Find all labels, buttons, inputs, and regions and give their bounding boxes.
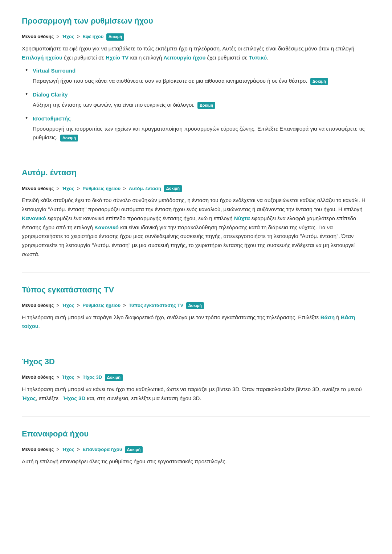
highlight-stand: Βάση [320, 314, 335, 320]
badge-dialog-clarity: Δοκιμή [197, 102, 215, 109]
breadcrumb-badge: Δοκιμή [106, 33, 124, 41]
breadcrumb-sound-3d: Μενού οθόνης > Ήχος > Ήχος 3D Δοκιμή [22, 374, 370, 381]
breadcrumb-badge-3d: Δοκιμή [105, 374, 123, 381]
body-text-sound-3d: Η τηλεόραση αυτή μπορεί να κάνει τον ήχο… [22, 385, 370, 403]
breadcrumb-sound-effects: Μενού οθόνης > Ήχος > Εφέ ήχου Δοκιμή [22, 33, 370, 41]
breadcrumb-link-sound5[interactable]: Ήχος [62, 447, 74, 452]
breadcrumb-link-install-type[interactable]: Τύπος εγκατάστασης TV [129, 303, 183, 308]
bullet-title-virtual-surround: Virtual Surround [33, 66, 370, 75]
highlight-standard: Τυπικό [249, 54, 267, 61]
bullet-list-effects: Virtual Surround Παραγωγή ήχου που σας κ… [25, 66, 370, 142]
breadcrumb-sep2: > [77, 303, 81, 308]
breadcrumb-sound-reset: Μενού οθόνης > Ήχος > Επαναφορά ήχου Δοκ… [22, 446, 370, 454]
breadcrumb-sep1: > [57, 303, 61, 308]
breadcrumb-badge-reset: Δοκιμή [125, 446, 143, 454]
breadcrumb-prefix: Μενού οθόνης [22, 447, 54, 452]
divider-2 [22, 272, 370, 272]
body-text-tv-install: Η τηλεόραση αυτή μπορεί να παράγει λίγο … [22, 313, 370, 331]
breadcrumb-sep1: > [57, 34, 61, 39]
section-sound-reset: Επαναφορά ήχου Μενού οθόνης > Ήχος > Επα… [22, 427, 370, 466]
breadcrumb-prefix: Μενού οθόνης [22, 374, 54, 380]
breadcrumb-sep2: > [77, 374, 81, 380]
highlight-wall-mount: Βάση τοίχου [22, 314, 355, 329]
section-sound-3d: Ήχος 3D Μενού οθόνης > Ήχος > Ήχος 3D Δο… [22, 355, 370, 403]
section-title-tv-install: Τύπος εγκατάστασης TV [22, 283, 370, 298]
highlight-sound-menu: Ήχος [22, 395, 36, 401]
highlight-sound-mode: Λειτουργία ήχου [164, 54, 206, 61]
breadcrumb-sep1: > [57, 447, 61, 452]
section-auto-volume: Αυτόμ. ένταση Μενού οθόνης > Ήχος > Ρυθμ… [22, 166, 370, 259]
section-title-auto-volume: Αυτόμ. ένταση [22, 166, 370, 181]
divider-3 [22, 344, 370, 344]
breadcrumb-sep1: > [57, 374, 61, 380]
breadcrumb-link-sound[interactable]: Ήχος [62, 34, 74, 39]
breadcrumb-sep2: > [77, 34, 81, 39]
breadcrumb-sep3: > [123, 303, 127, 308]
body-text-sound-reset: Αυτή η επιλογή επαναφέρει όλες τις ρυθμί… [22, 457, 370, 466]
section-tv-install: Τύπος εγκατάστασης TV Μενού οθόνης > Ήχο… [22, 283, 370, 331]
breadcrumb-link-reset-sound[interactable]: Επαναφορά ήχου [82, 447, 122, 452]
breadcrumb-sep1: > [57, 186, 61, 191]
breadcrumb-prefix: Μενού οθόνης [22, 186, 54, 191]
bullet-item-dialog-clarity: Dialog Clarity Αύξηση της έντασης των φω… [25, 90, 370, 109]
section-title-sound-reset: Επαναφορά ήχου [22, 427, 370, 442]
breadcrumb-tv-install: Μενού οθόνης > Ήχος > Ρυθμίσεις ηχείου >… [22, 302, 370, 309]
highlight-sound-select: Επιλογή ηχείου [22, 54, 62, 61]
bullet-item-virtual-surround: Virtual Surround Παραγωγή ήχου που σας κ… [25, 66, 370, 85]
breadcrumb-link-sound4[interactable]: Ήχος [62, 374, 74, 380]
body-text-sound-effects: Χρησιμοποιήστε τα εφέ ήχου για να μεταβά… [22, 44, 370, 62]
section-sound-effects: Προσαρμογή των ρυθμίσεων ήχου Μενού οθόν… [22, 15, 370, 142]
breadcrumb-sep2: > [77, 186, 81, 191]
breadcrumb-prefix: Μενού οθόνης [22, 34, 54, 39]
bullet-desc-equalizer: Προσαρμογή της ισορροπίας των ηχείων και… [33, 126, 365, 140]
breadcrumb-sep3: > [123, 186, 127, 191]
highlight-night: Νύχτα [234, 215, 250, 221]
bullet-desc-virtual-surround: Παραγωγή ήχου που σας κάνει να αισθάνεστ… [33, 78, 328, 84]
section-title-sound-3d: Ήχος 3D [22, 355, 370, 370]
highlight-reset-eq: Επαναφορά [279, 126, 309, 132]
section-title-sound-effects: Προσαρμογή των ρυθμίσεων ήχου [22, 15, 370, 29]
breadcrumb-link-effects[interactable]: Εφέ ήχου [82, 34, 103, 39]
breadcrumb-badge-auto: Δοκιμή [164, 185, 182, 192]
bullet-item-equalizer: Ισοσταθμιστής Προσαρμογή της ισορροπίας … [25, 114, 370, 142]
breadcrumb-badge-install: Δοκιμή [186, 302, 204, 309]
breadcrumb-auto-volume: Μενού οθόνης > Ήχος > Ρυθμίσεις ηχείου >… [22, 185, 370, 193]
highlight-tv-speaker: Ηχείο TV [106, 54, 128, 61]
breadcrumb-link-sound2[interactable]: Ήχος [62, 186, 74, 191]
breadcrumb-link-3d-sound[interactable]: Ήχος 3D [82, 374, 102, 380]
divider-1 [22, 155, 370, 155]
breadcrumb-link-speaker-settings[interactable]: Ρυθμίσεις ηχείου [82, 186, 121, 191]
badge-virtual-surround: Δοκιμή [310, 78, 328, 85]
bullet-title-equalizer: Ισοσταθμιστής [33, 114, 370, 123]
highlight-normal: Κανονικό [22, 215, 46, 221]
badge-equalizer: Δοκιμή [60, 135, 78, 142]
bullet-desc-dialog-clarity: Αύξηση της έντασης των φωνών, για είναι … [33, 102, 215, 108]
body-text-auto-volume: Επειδή κάθε σταθμός έχει το δικό του σύν… [22, 196, 370, 259]
breadcrumb-sep2: > [77, 447, 81, 452]
highlight-normal2: Κανονικό [94, 224, 119, 230]
highlight-sound-3d-option: Ήχος 3D [63, 395, 85, 401]
breadcrumb-link-auto-volume[interactable]: Αυτόμ. ένταση [129, 186, 161, 191]
bullet-title-dialog-clarity: Dialog Clarity [33, 90, 370, 99]
breadcrumb-link-speaker-settings2[interactable]: Ρυθμίσεις ηχείου [82, 303, 121, 308]
breadcrumb-prefix: Μενού οθόνης [22, 303, 54, 308]
divider-4 [22, 416, 370, 416]
breadcrumb-link-sound3[interactable]: Ήχος [62, 303, 74, 308]
page-container: Προσαρμογή των ρυθμίσεων ήχου Μενού οθόν… [22, 15, 370, 466]
